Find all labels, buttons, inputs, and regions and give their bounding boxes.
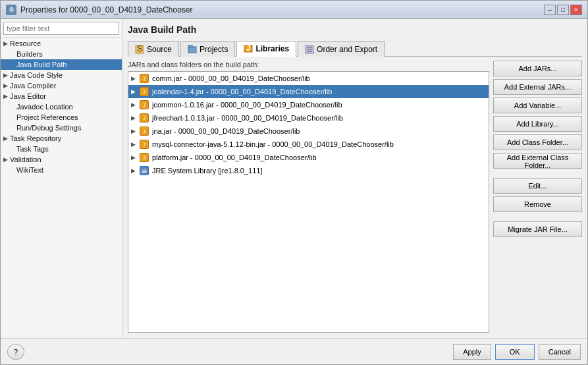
jar-item-jna-label: jna.jar - 0000_00_00_D4019_DateChooser/l… [152,127,300,135]
expand-arrow-java-compiler: ▶ [3,82,10,89]
expand-arrow-comm: ▶ [131,75,139,82]
sidebar-item-run-debug-label: Run/Debug Settings [16,124,81,132]
svg-rect-3 [188,45,192,47]
jar-item-mysql[interactable]: ▶ J mysql-connector-java-5.1.12-bin.jar … [128,138,489,151]
sidebar-item-java-build-path[interactable]: Java Build Path [1,59,122,70]
minimize-button[interactable]: ─ [544,5,556,15]
sidebar-item-validation[interactable]: ▶ Validation [1,154,122,165]
expand-arrow-task-tags [10,146,16,152]
add-class-folder-button[interactable]: Add Class Folder... [493,134,582,150]
jar-icon-comm: J [139,73,149,84]
window-title: Properties for 0000_00_00_D4019_DateChoo… [20,5,544,14]
sidebar-item-validation-label: Validation [10,155,41,163]
sidebar-item-java-editor-label: Java Editor [10,92,46,100]
tab-projects-label: Projects [200,45,228,54]
add-external-class-folder-button[interactable]: Add External Class Folder... [493,153,582,169]
jar-list[interactable]: ▶ J comm.jar - 0000_00_00_D4019_DateChoo… [128,71,489,333]
expand-arrow-javadoc [10,103,16,110]
jar-icon-platform: J [139,152,149,163]
sidebar-item-java-build-path-label: Java Build Path [16,61,67,69]
sidebar-item-project-references[interactable]: Project References [1,112,122,123]
expand-arrow-jcommon: ▶ [131,101,139,108]
btn-spacer-1 [493,171,582,175]
title-bar-buttons: ─ □ ✕ [544,5,582,15]
tab-order-export[interactable]: Order and Export [298,41,385,57]
expand-arrow-validation: ▶ [3,156,10,163]
sidebar: ▶ Resource Builders Java Build Path ▶ Ja… [1,19,122,338]
sidebar-item-resource[interactable]: ▶ Resource [1,38,122,49]
expand-arrow-task-repository: ▶ [3,135,10,142]
close-button[interactable]: ✕ [570,5,582,15]
expand-arrow-wikitext [10,167,16,173]
expand-arrow-jfreechart: ▶ [131,115,139,121]
add-library-button[interactable]: Add Library... [493,116,582,132]
expand-arrow-jna: ▶ [131,128,139,134]
sidebar-item-builders[interactable]: Builders [1,49,122,59]
remove-button[interactable]: Remove [493,196,582,212]
expand-arrow-project-references [10,114,16,121]
svg-text:S: S [137,45,142,53]
cancel-button[interactable]: Cancel [539,344,581,360]
maximize-button[interactable]: □ [557,5,569,15]
window-icon: ⚙ [6,5,16,15]
jar-icon-jna: J [139,126,149,136]
jar-item-jcommon[interactable]: ▶ J jcommon-1.0.16.jar - 0000_00_00_D401… [128,98,489,111]
title-bar: ⚙ Properties for 0000_00_00_D4019_DateCh… [1,1,587,19]
sidebar-item-java-editor[interactable]: ▶ Java Editor [1,91,122,101]
jar-item-mysql-label: mysql-connector-java-5.1.12-bin.jar - 00… [152,140,394,148]
filter-input[interactable] [3,22,119,35]
sidebar-item-java-compiler-label: Java Compiler [10,82,56,90]
jar-item-comm[interactable]: ▶ J comm.jar - 0000_00_00_D4019_DateChoo… [128,72,489,85]
expand-arrow-java-editor: ▶ [3,93,10,99]
libraries-tab-icon: J [244,44,253,53]
sidebar-item-task-tags-label: Task Tags [16,145,49,153]
expand-arrow-resource: ▶ [3,40,10,47]
edit-button[interactable]: Edit... [493,178,582,194]
main-window: ⚙ Properties for 0000_00_00_D4019_DateCh… [0,0,588,365]
sidebar-item-task-repository[interactable]: ▶ Task Repository [1,133,122,144]
jar-icon-jcommon: J [139,99,149,110]
expand-arrow-builders [10,51,16,57]
sidebar-item-java-code-style-label: Java Code Style [10,71,63,79]
sidebar-item-run-debug[interactable]: Run/Debug Settings [1,123,122,133]
sidebar-item-project-references-label: Project References [16,113,78,121]
add-jars-button[interactable]: Add JARs... [493,61,582,76]
jar-item-jre[interactable]: ▶ ☕ JRE System Library [jre1.8.0_111] [128,164,489,177]
order-export-tab-icon [305,45,314,54]
expand-arrow-java-build-path [10,61,16,68]
sidebar-item-javadoc-label: Javadoc Location [16,103,73,111]
filter-box [1,19,122,38]
ok-button[interactable]: OK [495,344,535,360]
jar-item-jfreechart[interactable]: ▶ J jfreechart-1.0.13.jar - 0000_00_00_D… [128,111,489,125]
jar-icon-jre: ☕ [139,165,149,176]
jar-item-jcalendar[interactable]: ▶ J jcalendar-1.4.jar - 0000_00_00_D4019… [128,85,489,98]
tab-libraries-label: Libraries [255,44,289,53]
panel-title: Java Build Path [128,24,582,35]
add-external-jars-button[interactable]: Add External JARs... [493,79,582,95]
btn-spacer-2 [493,215,582,219]
jar-item-jfreechart-label: jfreechart-1.0.13.jar - 0000_00_00_D4019… [152,114,343,122]
tab-projects[interactable]: Projects [180,41,235,57]
tab-libraries[interactable]: J Libraries [236,41,296,57]
apply-button[interactable]: Apply [453,344,491,360]
migrate-jar-button[interactable]: Migrate JAR File... [493,221,582,237]
sidebar-item-javadoc[interactable]: Javadoc Location [1,101,122,112]
jar-item-jna[interactable]: ▶ J jna.jar - 0000_00_00_D4019_DateChoos… [128,125,489,138]
svg-text:J: J [246,44,251,53]
tab-source[interactable]: S Source [128,41,179,57]
expand-arrow-jre: ▶ [131,167,139,174]
sidebar-item-wikitext-label: WikiText [16,166,43,174]
sidebar-item-java-code-style[interactable]: ▶ Java Code Style [1,70,122,80]
sidebar-item-java-compiler[interactable]: ▶ Java Compiler [1,80,122,91]
help-button[interactable]: ? [7,344,24,360]
add-variable-button[interactable]: Add Variable... [493,98,582,113]
tab-order-export-label: Order and Export [317,45,377,54]
expand-arrow-mysql: ▶ [131,141,139,148]
sidebar-item-wikitext[interactable]: WikiText [1,165,122,175]
sidebar-item-task-tags[interactable]: Task Tags [1,144,122,154]
jar-panel: JARs and class folders on the build path… [128,61,489,333]
projects-tab-icon [188,45,197,54]
jar-item-platform[interactable]: ▶ J platform.jar - 0000_00_00_D4019_Date… [128,151,489,164]
jar-item-jre-label: JRE System Library [jre1.8.0_111] [152,167,263,175]
jar-icon-jfreechart: J [139,113,149,123]
